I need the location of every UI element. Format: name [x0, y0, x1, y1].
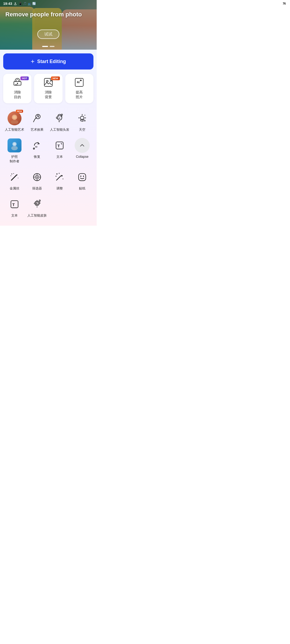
svg-line-38 [11, 175, 17, 180]
svg-text:AI: AI [58, 117, 60, 119]
tool-sticker[interactable]: 贴纸 [71, 166, 93, 193]
svg-point-48 [56, 176, 56, 177]
ai-hair-icon-wrap: AI [52, 111, 67, 126]
svg-point-50 [80, 175, 81, 177]
start-editing-button[interactable]: + Start Editing [3, 53, 93, 69]
ai-skin-icon-wrap: AI [30, 197, 45, 212]
new-badge: NEW [51, 76, 60, 80]
svg-point-12 [46, 80, 48, 82]
hero-banner: Remove people from photo 试试 [0, 0, 97, 50]
svg-text:T: T [57, 144, 60, 148]
upload-icon [14, 2, 17, 5]
hero-dots [42, 46, 55, 47]
ai-art-label: 人工智能艺术 [5, 127, 24, 132]
svg-point-44 [37, 176, 38, 178]
svg-point-40 [13, 173, 14, 174]
svg-rect-49 [79, 173, 86, 181]
svg-point-30 [84, 115, 85, 116]
ai-hair-label: 人工智能头发 [50, 127, 69, 132]
ai-hair-icon: AI [54, 113, 65, 124]
feature-card-erase-object[interactable]: HOT 消除目的 [3, 74, 31, 103]
tool-ai-art[interactable]: NEW 人工智能艺术 [3, 108, 26, 135]
text-icon-wrap: T [52, 138, 67, 153]
passport-label: 护照制作者 [10, 155, 19, 164]
passport-avatar [8, 138, 21, 152]
sky-icon-wrap [75, 111, 90, 126]
svg-point-24 [61, 114, 63, 116]
svg-point-33 [13, 143, 16, 145]
tool-art-effect[interactable]: 艺术效果 [26, 108, 48, 135]
tools-row-3: 金属丝 筛选器 调整 贴纸 [3, 166, 93, 193]
notification-icons: 📱 🎵 📺 🔄 [19, 2, 36, 5]
restore-label: 恢复 [34, 155, 40, 159]
metallic-icon-wrap [7, 170, 22, 185]
metallic-label: 金属丝 [10, 186, 19, 191]
dot-1 [42, 46, 48, 47]
tool-adjust[interactable]: 调整 [48, 166, 71, 193]
tool-collapse[interactable]: Collapse [71, 135, 93, 166]
tools-row-4: T 文本 AI 人工智能皮肤 [3, 193, 93, 221]
tool-metallic[interactable]: 金属丝 [3, 166, 26, 193]
svg-text:AI: AI [35, 145, 37, 148]
enhance-icon: AI [74, 78, 84, 87]
svg-point-46 [56, 173, 57, 174]
hero-background [0, 0, 97, 50]
svg-point-51 [83, 175, 84, 177]
collapse-button[interactable] [75, 138, 90, 153]
text2-icon: T [9, 199, 20, 210]
adjust-label: 调整 [56, 186, 63, 191]
ai-skin-label: 人工智能皮肤 [27, 213, 47, 218]
ai-skin-icon: AI [32, 199, 42, 210]
svg-point-41 [10, 175, 11, 176]
chevron-up-icon [79, 142, 85, 148]
tool-ai-hair[interactable]: AI 人工智能头发 [48, 108, 71, 135]
sky-label: 天空 [79, 127, 85, 132]
svg-text:T: T [12, 202, 15, 207]
restore-icon-wrap: AI [30, 138, 45, 153]
adjust-icon-wrap [52, 170, 67, 185]
svg-text:AI: AI [36, 203, 38, 204]
tool-text[interactable]: T 文本 [48, 135, 71, 166]
tool-passport-maker[interactable]: 护照制作者 [3, 135, 26, 166]
tools-row-2: 护照制作者 AI 恢复 T 文本 Collapse [3, 135, 93, 166]
hero-try-button[interactable]: 试试 [37, 30, 59, 39]
dot-2 [50, 46, 55, 47]
status-left: 19:43 📱 🎵 📺 🔄 [3, 2, 36, 6]
sticker-icon [77, 172, 88, 182]
filter-icon-wrap [30, 170, 45, 185]
time: 19:43 [3, 2, 12, 6]
ai-art-icon-wrap: NEW [7, 111, 22, 126]
adjust-icon [54, 172, 65, 182]
art-effect-icon [32, 113, 42, 124]
enhance-label: 提高照片 [76, 90, 83, 100]
filter-label: 筛选器 [32, 186, 42, 191]
feature-cards-row: HOT 消除目的 NEW 消除背景 AI 提高照片 [3, 74, 93, 103]
filter-icon [32, 172, 42, 182]
text2-label: 文本 [11, 213, 18, 218]
metallic-icon [9, 172, 20, 182]
tool-filter[interactable]: 筛选器 [26, 166, 48, 193]
tool-sky[interactable]: 天空 [71, 108, 93, 135]
tool-restore[interactable]: AI 恢复 [26, 135, 48, 166]
status-bar: 19:43 📱 🎵 📺 🔄 0.00 KB/s 5G HD 5G HD 76 [0, 0, 97, 7]
sticker-icon-wrap [75, 170, 90, 185]
svg-point-18 [11, 120, 18, 124]
text2-icon-wrap: T [7, 197, 22, 212]
collapse-label: Collapse [76, 155, 89, 159]
collapse-icon-wrap [75, 138, 90, 153]
hot-badge: HOT [20, 76, 29, 80]
main-content: + Start Editing HOT 消除目的 NEW 消除背景 AI 提高照… [0, 50, 97, 226]
feature-card-enhance[interactable]: AI 提高照片 [65, 74, 93, 103]
svg-point-21 [38, 117, 39, 118]
sticker-label: 贴纸 [79, 186, 85, 191]
text-label: 文本 [56, 155, 63, 159]
tool-text2[interactable]: T 文本 [3, 193, 26, 221]
erase-object-label: 消除目的 [14, 90, 21, 100]
art-effect-icon-wrap [30, 111, 45, 126]
svg-point-39 [11, 173, 12, 174]
tool-ai-skin[interactable]: AI 人工智能皮肤 [26, 193, 48, 221]
svg-point-47 [59, 173, 60, 174]
art-effect-label: 艺术效果 [31, 127, 44, 132]
feature-card-erase-bg[interactable]: NEW 消除背景 [34, 74, 62, 103]
erase-bg-label: 消除背景 [45, 90, 52, 100]
